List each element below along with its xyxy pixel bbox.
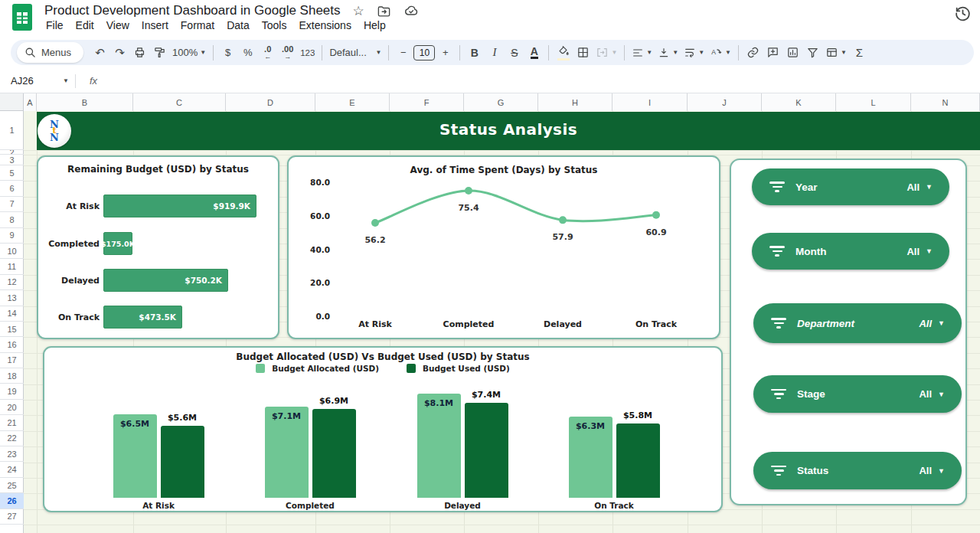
menu-item-tools[interactable]: Tools: [256, 18, 293, 33]
strikethrough-button[interactable]: S: [505, 43, 524, 63]
row-header-25[interactable]: 25: [0, 478, 24, 493]
column-header-h[interactable]: H: [538, 93, 612, 111]
text-rotation-button[interactable]: A▼: [707, 43, 733, 63]
filter-value-year[interactable]: All▼: [906, 181, 933, 193]
filter-value-status[interactable]: All▼: [919, 465, 945, 476]
filter-pill-status[interactable]: StatusAll▼: [753, 452, 962, 489]
chart-budget-allocated-vs-used[interactable]: Budget Allocated (USD) Vs Budget Used (U…: [43, 346, 723, 512]
row-header-20[interactable]: 20: [0, 400, 24, 415]
menu-item-insert[interactable]: Insert: [136, 18, 175, 33]
horizontal-align-button[interactable]: ▼: [629, 43, 655, 63]
move-to-folder-icon[interactable]: [377, 4, 391, 18]
menu-item-edit[interactable]: Edit: [70, 18, 100, 33]
format-percent-button[interactable]: %: [238, 43, 257, 63]
insert-comment-button[interactable]: [763, 43, 782, 63]
more-formats-button[interactable]: 123: [298, 43, 317, 63]
row-header-26[interactable]: 26: [0, 493, 24, 508]
chevron-down-icon: ▼: [926, 183, 933, 191]
chart-remaining-budget[interactable]: Remaining Budget (USD) by Status At Risk…: [37, 155, 279, 339]
row-header-18[interactable]: 18: [0, 368, 24, 384]
undo-button[interactable]: ↶: [90, 43, 109, 63]
version-history-icon[interactable]: [953, 4, 972, 26]
increase-decimal-button[interactable]: .00→: [278, 43, 297, 63]
document-title[interactable]: Product Development Dashboard in Google …: [44, 3, 341, 18]
column-header-g[interactable]: G: [464, 93, 538, 111]
vertical-align-button[interactable]: ▼: [655, 43, 681, 63]
select-all-corner[interactable]: [0, 93, 24, 111]
filter-pill-stage[interactable]: StageAll▼: [753, 375, 962, 413]
print-button[interactable]: [130, 43, 149, 63]
column-header-a[interactable]: A: [24, 93, 37, 111]
row-header-14[interactable]: 14: [0, 306, 24, 322]
italic-button[interactable]: I: [485, 43, 504, 63]
create-filter-button[interactable]: [803, 43, 822, 63]
row-header-23[interactable]: 23: [0, 446, 24, 462]
menu-item-file[interactable]: File: [40, 18, 70, 33]
paint-format-button[interactable]: [150, 43, 169, 63]
decrease-font-size-button[interactable]: −: [394, 43, 413, 63]
row-header-1[interactable]: 1: [0, 111, 24, 150]
filter-value-month[interactable]: All▼: [906, 246, 933, 257]
row-header-11[interactable]: 11: [0, 259, 24, 274]
row-header-10[interactable]: 10: [0, 244, 24, 259]
column-header-l[interactable]: L: [836, 93, 911, 111]
column-header-d[interactable]: D: [226, 93, 315, 111]
column-header-e[interactable]: E: [315, 93, 390, 111]
row-header-16[interactable]: 16: [0, 337, 24, 352]
font-size-input[interactable]: 10: [413, 45, 435, 60]
row-header-27[interactable]: 27: [0, 509, 24, 525]
row-header-22[interactable]: 22: [0, 431, 24, 446]
row-header-19[interactable]: 19: [0, 384, 24, 399]
font-family-select[interactable]: Defaul...▼: [327, 43, 384, 63]
column-header-b[interactable]: B: [37, 93, 133, 111]
column-header-k[interactable]: K: [762, 93, 836, 111]
column-header-f[interactable]: F: [390, 93, 464, 111]
column-header-n[interactable]: N: [911, 93, 980, 111]
insert-link-button[interactable]: [743, 43, 763, 63]
filter-value-stage[interactable]: All▼: [919, 388, 945, 400]
google-sheets-logo-icon[interactable]: [12, 4, 32, 34]
menu-item-help[interactable]: Help: [358, 18, 392, 33]
chart-avg-time-spent[interactable]: Avg. of Time Spent (Days) by Status 0.02…: [287, 155, 720, 339]
borders-button[interactable]: [573, 43, 593, 63]
filter-pill-department[interactable]: DepartmentAll▼: [753, 303, 962, 343]
column-header-i[interactable]: I: [612, 93, 688, 111]
table-views-button[interactable]: ▼: [823, 43, 849, 63]
zoom-select[interactable]: 100%▼: [170, 43, 208, 63]
bold-button[interactable]: B: [465, 43, 484, 63]
format-currency-button[interactable]: $: [218, 43, 237, 63]
menu-item-extensions[interactable]: Extensions: [292, 18, 357, 33]
decrease-decimal-button[interactable]: .0←: [258, 43, 277, 63]
row-header-8[interactable]: 8: [0, 212, 24, 227]
row-header-7[interactable]: 7: [0, 197, 24, 212]
cloud-saved-icon[interactable]: [403, 3, 419, 18]
filter-pill-month[interactable]: MonthAll▼: [752, 233, 949, 270]
functions-button[interactable]: Σ: [850, 43, 869, 63]
star-icon[interactable]: ☆: [353, 5, 364, 18]
row-header-9[interactable]: 9: [0, 228, 24, 244]
text-wrap-button[interactable]: ▼: [681, 43, 707, 63]
menu-item-format[interactable]: Format: [175, 18, 220, 33]
row-header-3[interactable]: 3: [0, 155, 24, 165]
row-header-5[interactable]: 5: [0, 165, 24, 181]
insert-chart-button[interactable]: [783, 43, 802, 63]
name-box[interactable]: AJ26▼: [11, 75, 69, 87]
increase-font-size-button[interactable]: +: [436, 43, 455, 63]
filter-pill-year[interactable]: YearAll▼: [752, 168, 949, 205]
column-header-c[interactable]: C: [133, 93, 226, 111]
fill-color-button[interactable]: [554, 43, 573, 63]
column-header-j[interactable]: J: [688, 93, 762, 111]
menu-item-view[interactable]: View: [100, 18, 136, 33]
menu-item-data[interactable]: Data: [220, 18, 256, 33]
row-header-17[interactable]: 17: [0, 353, 24, 368]
row-header-24[interactable]: 24: [0, 462, 24, 477]
row-header-15[interactable]: 15: [0, 322, 24, 337]
row-header-21[interactable]: 21: [0, 415, 24, 430]
filter-value-department[interactable]: All▼: [919, 318, 945, 329]
search-menus-button[interactable]: Menus: [17, 42, 83, 63]
row-header-6[interactable]: 6: [0, 181, 24, 196]
row-header-13[interactable]: 13: [0, 290, 24, 306]
text-color-button[interactable]: A: [524, 43, 544, 63]
row-header-12[interactable]: 12: [0, 275, 24, 290]
redo-button[interactable]: ↷: [110, 43, 129, 63]
